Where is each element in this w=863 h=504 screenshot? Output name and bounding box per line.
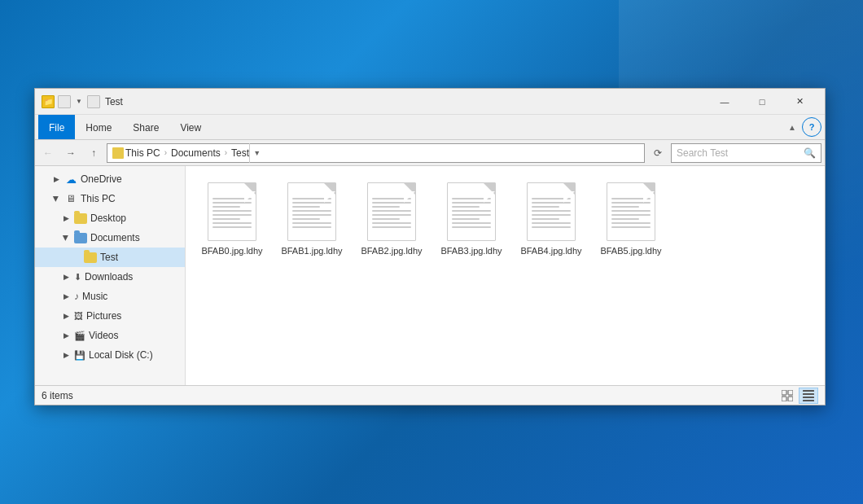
folder-icon-test <box>84 252 97 263</box>
search-box[interactable]: Search Test 🔍 <box>671 143 821 163</box>
expand-arrow-documents: ▶ <box>61 233 71 243</box>
sidebar-label-documents: Documents <box>90 232 140 243</box>
file-item-5[interactable]: BFAB5.jpg.ldhy <box>594 176 668 263</box>
title-bar: 📁 ▼ Test — □ ✕ <box>35 89 825 115</box>
file-name-3: BFAB3.jpg.ldhy <box>440 245 502 256</box>
close-button[interactable]: ✕ <box>781 89 818 115</box>
sidebar-item-documents[interactable]: ▶ Documents <box>35 228 185 248</box>
download-icon: ⬇ <box>74 272 81 283</box>
sidebar-item-videos[interactable]: ▶ 🎬 Videos <box>35 326 185 345</box>
folder-icon-documents <box>74 233 87 243</box>
svg-rect-6 <box>803 397 814 398</box>
videos-icon: 🎬 <box>74 331 85 341</box>
forward-button[interactable]: → <box>61 143 81 163</box>
path-test: Test <box>231 147 249 159</box>
disk-icon: 💾 <box>74 350 85 361</box>
title-folder-icon: 📁 <box>42 95 55 108</box>
expand-arrow-music: ▶ <box>61 291 71 301</box>
status-bar: 6 items <box>35 385 825 405</box>
sidebar-item-pictures[interactable]: ▶ 🖼 Pictures <box>35 306 185 326</box>
file-item-4[interactable]: BFAB4.jpg.ldhy <box>515 176 588 263</box>
sidebar-label-videos: Videos <box>89 330 118 341</box>
address-bar: ← → ↑ This PC › Documents › Test ▼ ⟳ Sea… <box>35 140 825 166</box>
back-button[interactable]: ← <box>38 143 58 163</box>
file-doc-icon-3 <box>447 182 496 241</box>
sidebar-item-music[interactable]: ▶ ♪ Music <box>35 287 185 306</box>
tab-file[interactable]: File <box>38 115 75 139</box>
list-view-button[interactable] <box>799 388 818 404</box>
sidebar-item-desktop[interactable]: ▶ Desktop <box>35 208 185 228</box>
expand-arrow-pictures: ▶ <box>61 311 71 321</box>
title-icon-sm1 <box>58 95 71 108</box>
sidebar-item-test[interactable]: Test <box>35 248 185 267</box>
tab-home[interactable]: Home <box>75 115 122 139</box>
file-name-1: BFAB1.jpg.ldhy <box>281 245 342 256</box>
expand-arrow-onedrive: ▶ <box>51 174 61 184</box>
svg-rect-2 <box>782 397 786 401</box>
svg-rect-5 <box>803 393 814 395</box>
path-arrow-1: › <box>164 148 167 157</box>
file-explorer-window: 📁 ▼ Test — □ ✕ File Home Share View ▲ ? … <box>34 88 826 405</box>
sidebar-label-thispc: This PC <box>81 193 116 204</box>
file-doc-icon-2 <box>367 182 416 241</box>
tab-share[interactable]: Share <box>122 115 169 139</box>
cloud-icon: ☁ <box>64 173 77 186</box>
view-buttons <box>778 388 818 404</box>
window-controls: — □ ✕ <box>706 89 818 115</box>
path-segment: This PC › Documents › Test <box>112 147 249 159</box>
ribbon: File Home Share View ▲ ? <box>35 115 825 140</box>
address-path[interactable]: This PC › Documents › Test ▼ <box>107 143 645 163</box>
tab-view[interactable]: View <box>169 115 212 139</box>
file-doc-icon-0 <box>208 182 256 241</box>
svg-rect-3 <box>788 397 793 401</box>
title-bar-icons: 📁 ▼ <box>42 95 100 108</box>
pictures-icon: 🖼 <box>74 311 83 321</box>
ribbon-collapse-icon[interactable]: ▲ <box>782 117 802 137</box>
sidebar-item-downloads[interactable]: ▶ ⬇ Downloads <box>35 267 185 287</box>
sidebar: ▶ ☁ OneDrive ▶ 🖥 This PC ▶ Desktop ▶ Doc… <box>35 166 186 385</box>
sidebar-label-downloads: Downloads <box>85 271 133 283</box>
minimize-button[interactable]: — <box>706 89 743 115</box>
sidebar-item-onedrive[interactable]: ▶ ☁ OneDrive <box>35 169 185 189</box>
search-icon[interactable]: 🔍 <box>804 147 816 159</box>
sidebar-label-pictures: Pictures <box>86 310 121 322</box>
sidebar-label-music: Music <box>82 291 107 302</box>
refresh-button[interactable]: ⟳ <box>648 143 668 163</box>
music-icon: ♪ <box>74 291 79 302</box>
file-item-2[interactable]: BFAB2.jpg.ldhy <box>355 176 428 263</box>
file-doc-icon-4 <box>527 182 576 241</box>
svg-rect-4 <box>803 390 814 392</box>
file-name-4: BFAB4.jpg.ldhy <box>520 245 581 256</box>
file-item-1[interactable]: BFAB1.jpg.ldhy <box>275 176 348 263</box>
file-doc-icon-5 <box>607 182 655 241</box>
file-name-5: BFAB5.jpg.ldhy <box>600 245 661 256</box>
maximize-button[interactable]: □ <box>743 89 781 115</box>
file-item-3[interactable]: BFAB3.jpg.ldhy <box>435 176 508 263</box>
path-arrow-2: › <box>225 148 227 157</box>
search-placeholder: Search Test <box>677 147 800 159</box>
expand-arrow-localdisk: ▶ <box>61 350 71 360</box>
path-dropdown-btn[interactable]: ▼ <box>249 143 264 163</box>
path-pc-icon <box>112 147 124 159</box>
expand-arrow-thispc: ▶ <box>51 194 61 204</box>
file-area: BFAB0.jpg.ldhyBFAB1.jpg.ldhyBFAB2.jpg.ld… <box>186 166 825 385</box>
sidebar-label-localdisk: Local Disk (C:) <box>89 349 153 361</box>
sidebar-label-onedrive: OneDrive <box>81 173 122 185</box>
svg-rect-1 <box>788 390 793 395</box>
file-item-0[interactable]: BFAB0.jpg.ldhy <box>195 176 269 263</box>
main-content: ▶ ☁ OneDrive ▶ 🖥 This PC ▶ Desktop ▶ Doc… <box>35 166 825 385</box>
grid-view-button[interactable] <box>778 388 797 404</box>
sidebar-item-localdisk[interactable]: ▶ 💾 Local Disk (C:) <box>35 345 185 365</box>
file-name-0: BFAB0.jpg.ldhy <box>201 245 262 256</box>
up-button[interactable]: ↑ <box>84 143 103 163</box>
title-arrow: ▼ <box>76 98 82 105</box>
folder-icon-desktop <box>74 213 87 224</box>
title-icon-sm2 <box>87 95 100 108</box>
path-documents: Documents <box>171 147 221 159</box>
expand-arrow-videos: ▶ <box>61 331 71 340</box>
sidebar-label-test: Test <box>100 252 118 263</box>
sidebar-label-desktop: Desktop <box>90 213 126 224</box>
sidebar-item-thispc[interactable]: ▶ 🖥 This PC <box>35 189 185 208</box>
help-icon[interactable]: ? <box>802 117 821 137</box>
file-name-2: BFAB2.jpg.ldhy <box>361 245 422 256</box>
